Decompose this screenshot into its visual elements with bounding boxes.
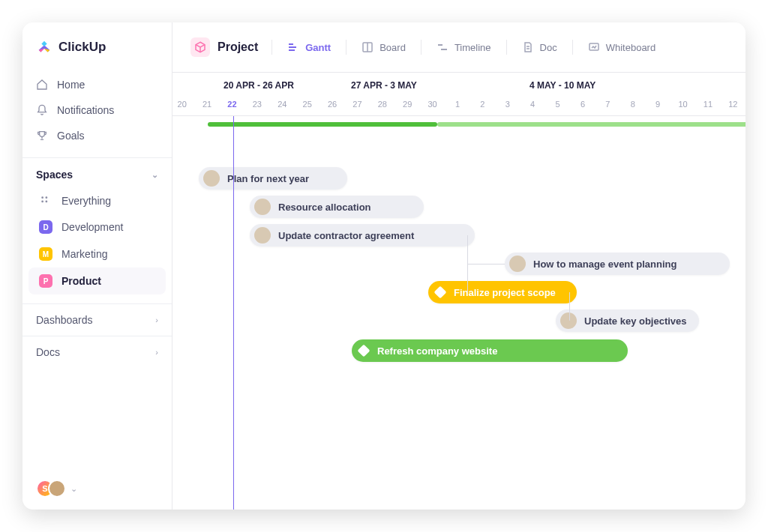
chevron-right-icon: › bbox=[155, 315, 158, 324]
day-cell: 3 bbox=[495, 100, 520, 109]
day-cell: 27 bbox=[345, 100, 370, 109]
nav-notifications[interactable]: Notifications bbox=[22, 97, 172, 123]
task-label: How to manage event planning bbox=[533, 259, 676, 270]
divider bbox=[421, 40, 422, 55]
grid-icon bbox=[39, 196, 52, 206]
day-cell: 26 bbox=[320, 100, 344, 109]
project-title[interactable]: Project bbox=[183, 33, 266, 61]
timeline-icon bbox=[436, 41, 448, 53]
gantt-task[interactable]: Refresh company website bbox=[352, 339, 628, 362]
gantt-task[interactable]: Resource allocation bbox=[250, 196, 424, 218]
space-item-marketing[interactable]: M Marketing bbox=[28, 241, 166, 267]
day-cell: 2 bbox=[470, 100, 495, 109]
spaces-label: Spaces bbox=[36, 169, 73, 181]
svg-point-3 bbox=[45, 200, 47, 202]
spaces-header[interactable]: Spaces ⌄ bbox=[22, 157, 172, 188]
gantt-icon bbox=[287, 41, 299, 53]
tab-gantt[interactable]: Gantt bbox=[278, 36, 340, 58]
tab-label: Doc bbox=[540, 42, 557, 53]
day-cell: 11 bbox=[695, 100, 720, 109]
space-badge: D bbox=[39, 220, 52, 234]
milestone-icon bbox=[358, 345, 370, 357]
day-cell: 5 bbox=[545, 100, 570, 109]
space-label: Product bbox=[62, 275, 101, 287]
day-cell: 8 bbox=[620, 100, 645, 109]
divider bbox=[506, 40, 507, 55]
task-label: Resource allocation bbox=[278, 202, 371, 213]
doc-icon bbox=[522, 41, 534, 53]
home-icon bbox=[36, 79, 48, 91]
gantt-task[interactable]: How to manage event planning bbox=[505, 253, 730, 275]
chevron-down-icon: ⌄ bbox=[152, 170, 158, 180]
avatar bbox=[254, 227, 271, 244]
logo[interactable]: ClickUp bbox=[22, 22, 172, 69]
nav-goals[interactable]: Goals bbox=[22, 123, 172, 148]
divider bbox=[346, 40, 346, 55]
space-label: Marketing bbox=[62, 248, 107, 260]
task-label: Update key objectives bbox=[584, 315, 687, 327]
chevron-down-icon: ⌄ bbox=[70, 484, 77, 494]
week-label: 27 APR - 3 MAY bbox=[351, 73, 530, 94]
tab-board[interactable]: Board bbox=[352, 36, 415, 58]
gantt-task[interactable]: Update contractor agreement bbox=[250, 224, 475, 247]
topbar: Project Gantt Board Timeline Doc bbox=[172, 22, 746, 73]
tab-label: Timeline bbox=[454, 42, 491, 53]
day-cell: 9 bbox=[645, 100, 670, 109]
task-label: Refresh company website bbox=[377, 345, 497, 357]
space-item-development[interactable]: D Development bbox=[28, 214, 166, 241]
space-everything[interactable]: Everything bbox=[28, 188, 166, 214]
space-badge: P bbox=[39, 274, 52, 288]
task-label: Update contractor agreement bbox=[278, 230, 414, 241]
nav-home[interactable]: Home bbox=[22, 72, 172, 97]
task-label: Finalize project scope bbox=[454, 287, 556, 298]
space-item-product[interactable]: P Product bbox=[28, 267, 166, 294]
task-label: Plan for next year bbox=[227, 173, 309, 184]
tab-label: Board bbox=[380, 42, 406, 53]
gantt-task[interactable]: Plan for next year bbox=[199, 167, 347, 190]
gantt-area[interactable]: TODAYPlan for next yearResource allocati… bbox=[172, 116, 746, 510]
chevron-right-icon: › bbox=[155, 348, 158, 357]
space-badge: M bbox=[39, 247, 52, 261]
space-label: Development bbox=[62, 221, 124, 233]
whiteboard-icon bbox=[588, 41, 600, 53]
logo-icon bbox=[36, 39, 52, 55]
milestone-icon bbox=[434, 286, 447, 299]
gantt-task[interactable]: Finalize project scope bbox=[428, 281, 577, 303]
tab-doc[interactable]: Doc bbox=[513, 36, 566, 58]
divider bbox=[572, 40, 573, 55]
trophy-icon bbox=[36, 130, 48, 142]
presence-bar[interactable]: S ⌄ bbox=[22, 468, 172, 510]
day-cell: 29 bbox=[395, 100, 420, 109]
day-cell: 7 bbox=[596, 100, 620, 109]
avatar bbox=[203, 170, 220, 187]
day-cell: 4 bbox=[520, 100, 544, 109]
menu-label: Dashboards bbox=[36, 314, 93, 326]
tab-timeline[interactable]: Timeline bbox=[428, 36, 500, 58]
project-title-text: Project bbox=[218, 40, 258, 54]
tab-whiteboard[interactable]: Whiteboard bbox=[579, 36, 664, 58]
day-cell: 12 bbox=[721, 100, 746, 109]
sidebar: ClickUp Home Notifications Goals bbox=[22, 22, 172, 510]
board-icon bbox=[362, 41, 374, 53]
tab-label: Gantt bbox=[305, 42, 331, 53]
menu-docs[interactable]: Docs › bbox=[22, 336, 172, 368]
day-cell: 30 bbox=[420, 100, 445, 109]
tab-label: Whiteboard bbox=[606, 42, 656, 53]
avatar bbox=[254, 199, 271, 215]
nav-label: Goals bbox=[57, 130, 85, 142]
day-cell: 10 bbox=[670, 100, 695, 109]
week-label: 4 MAY - 10 MAY bbox=[530, 73, 708, 94]
svg-point-2 bbox=[41, 200, 44, 202]
progress-bar-complete bbox=[208, 122, 437, 127]
menu-dashboards[interactable]: Dashboards › bbox=[22, 303, 172, 336]
main: Project Gantt Board Timeline Doc bbox=[172, 22, 746, 510]
nav-label: Home bbox=[57, 79, 85, 91]
logo-text: ClickUp bbox=[58, 40, 106, 55]
avatar bbox=[48, 480, 66, 498]
svg-point-0 bbox=[41, 196, 44, 199]
day-cell: 28 bbox=[370, 100, 394, 109]
cube-icon bbox=[190, 37, 210, 57]
day-cell: 23 bbox=[244, 100, 269, 109]
gantt-task[interactable]: Update key objectives bbox=[556, 309, 699, 332]
nav-label: Notifications bbox=[57, 104, 114, 116]
